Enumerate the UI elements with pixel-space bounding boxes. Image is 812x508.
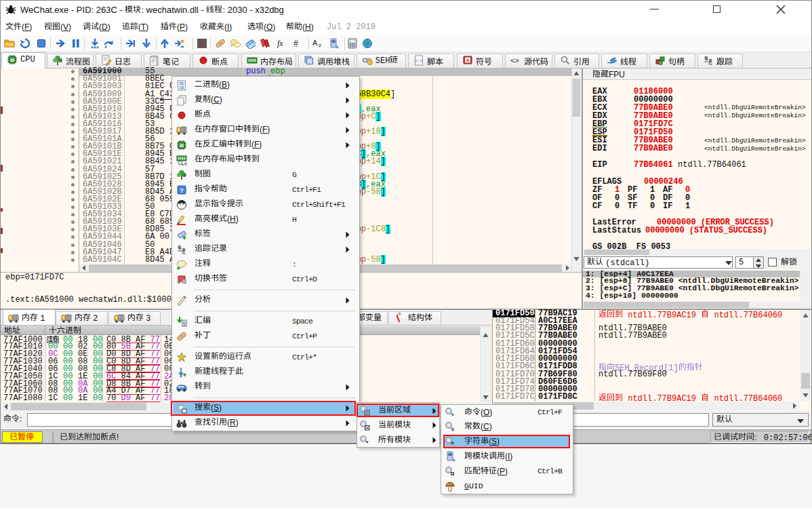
svg-text:@: @ (184, 161, 188, 165)
svg-text:>: > (451, 412, 455, 418)
svg-text:#: # (293, 39, 298, 49)
svg-text:?: ? (180, 187, 184, 194)
svg-text:10: 10 (182, 323, 186, 326)
svg-text:<:>: <:> (415, 58, 424, 64)
svg-text:10: 10 (180, 85, 184, 90)
svg-text:32: 32 (180, 144, 184, 148)
svg-text:fx: fx (277, 39, 283, 48)
svg-text:a: a (466, 58, 469, 62)
svg-text:A: A (312, 39, 318, 47)
svg-text:*: * (366, 439, 369, 446)
svg-text:z: z (319, 42, 321, 48)
svg-text:#: # (451, 427, 455, 432)
svg-text:!: ! (369, 60, 371, 65)
svg-text:<>: <> (510, 57, 519, 65)
svg-text:S: S (200, 39, 204, 47)
svg-text:32: 32 (10, 58, 15, 62)
